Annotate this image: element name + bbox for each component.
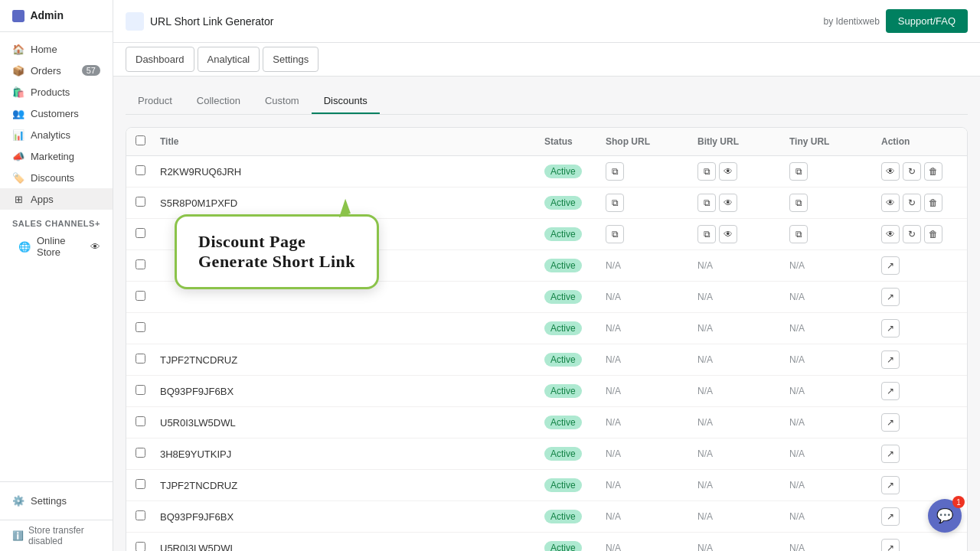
- online-store-eye-icon[interactable]: 👁: [90, 241, 100, 253]
- select-all-checkbox[interactable]: [136, 135, 145, 145]
- tiny-url-cell: N/A: [789, 292, 881, 302]
- header-bitly-url: Bitly URL: [697, 136, 789, 147]
- copy-tiny-button[interactable]: ⧉: [789, 194, 808, 212]
- svg-rect-1: [126, 12, 144, 31]
- copy-bitly-button[interactable]: ⧉: [697, 194, 716, 212]
- external-link-button[interactable]: ↗: [881, 445, 900, 463]
- table-row: 3H8E9YUTKIPJ Active N/A N/A N/A ↗: [126, 439, 967, 470]
- shop-url-cell: ⧉: [606, 225, 697, 243]
- marketing-icon: 📣: [12, 150, 24, 162]
- row-checkbox[interactable]: [136, 291, 145, 301]
- row-title: S5R8P0M1PXFD: [160, 197, 544, 209]
- subtab-collection[interactable]: Collection: [185, 89, 253, 114]
- external-link-button[interactable]: ↗: [881, 413, 900, 432]
- external-link-button[interactable]: ↗: [881, 256, 900, 275]
- bitly-url-cell: N/A: [697, 323, 789, 334]
- delete-button[interactable]: 🗑: [924, 225, 942, 243]
- row-checkbox[interactable]: [136, 165, 145, 175]
- chat-badge: 1: [952, 496, 965, 508]
- refresh-button[interactable]: ↻: [903, 225, 921, 243]
- discounts-icon: 🏷️: [12, 171, 24, 184]
- subtab-discounts[interactable]: Discounts: [312, 89, 380, 114]
- external-link-button[interactable]: ↗: [881, 476, 900, 494]
- refresh-button[interactable]: ↻: [903, 162, 921, 181]
- header-checkbox[interactable]: [136, 135, 160, 148]
- row-checkbox[interactable]: [136, 228, 145, 238]
- delete-button[interactable]: 🗑: [924, 162, 942, 181]
- row-checkbox[interactable]: [136, 542, 145, 551]
- row-checkbox[interactable]: [136, 197, 145, 207]
- external-link-button[interactable]: ↗: [881, 288, 900, 306]
- refresh-button[interactable]: ↻: [903, 194, 921, 212]
- view-bitly-button[interactable]: 👁: [719, 194, 737, 212]
- view-button[interactable]: 👁: [881, 225, 900, 243]
- apps-icon: ⊞: [12, 193, 24, 205]
- shop-url-cell: N/A: [606, 292, 697, 302]
- external-link-button[interactable]: ↗: [881, 507, 900, 526]
- sidebar-item-customers-label: Customers: [31, 108, 79, 119]
- copy-shop-url-button[interactable]: ⧉: [606, 162, 624, 181]
- bitly-url-cell: N/A: [697, 511, 789, 522]
- support-faq-button[interactable]: Support/FAQ: [886, 9, 968, 33]
- external-link-button[interactable]: ↗: [881, 382, 900, 400]
- delete-button[interactable]: 🗑: [924, 194, 942, 212]
- view-bitly-button[interactable]: 👁: [719, 225, 737, 243]
- action-cell: ↗: [881, 350, 958, 369]
- content-area: Product Collection Custom Discounts Titl…: [113, 77, 980, 551]
- copy-bitly-button[interactable]: ⧉: [697, 162, 716, 181]
- action-cell: ↗: [881, 539, 958, 551]
- add-sales-channel-icon[interactable]: +: [95, 219, 100, 228]
- row-checkbox[interactable]: [136, 510, 145, 520]
- row-checkbox[interactable]: [136, 259, 145, 269]
- copy-tiny-button[interactable]: ⧉: [789, 162, 808, 181]
- subtab-product[interactable]: Product: [126, 89, 185, 114]
- row-checkbox[interactable]: [136, 416, 145, 426]
- sidebar-item-orders[interactable]: 📦 Orders 57: [0, 60, 113, 81]
- sidebar-item-customers[interactable]: 👥 Customers: [0, 103, 113, 124]
- sidebar-item-online-store[interactable]: 🌐 Online Store 👁: [0, 231, 113, 262]
- action-cell: ↗: [881, 382, 958, 400]
- tiny-url-cell: N/A: [789, 323, 881, 334]
- view-button[interactable]: 👁: [881, 162, 900, 181]
- sidebar-item-discounts[interactable]: 🏷️ Discounts: [0, 167, 113, 188]
- status-badge: Active: [544, 321, 582, 335]
- sidebar-item-apps-label: Apps: [31, 194, 54, 205]
- tiny-url-cell: N/A: [789, 511, 881, 522]
- sidebar-item-apps[interactable]: ⊞ Apps: [0, 188, 113, 210]
- sales-channels-title: Sales channels: [12, 219, 95, 228]
- external-link-button[interactable]: ↗: [881, 350, 900, 369]
- row-checkbox[interactable]: [136, 479, 145, 489]
- copy-shop-url-button[interactable]: ⧉: [606, 225, 624, 243]
- tab-dashboard[interactable]: Dashboard: [126, 47, 194, 72]
- subtab-custom[interactable]: Custom: [253, 89, 312, 114]
- tab-analytical[interactable]: Analytical: [198, 47, 260, 72]
- online-store-label: Online Store: [37, 235, 84, 258]
- action-cell: ↗: [881, 413, 958, 432]
- chat-button[interactable]: 💬 1: [928, 499, 962, 533]
- sidebar-item-marketing[interactable]: 📣 Marketing: [0, 145, 113, 167]
- view-bitly-button[interactable]: 👁: [719, 162, 737, 181]
- copy-bitly-button[interactable]: ⧉: [697, 225, 716, 243]
- view-button[interactable]: 👁: [881, 194, 900, 212]
- shop-url-cell: N/A: [606, 511, 697, 522]
- row-checkbox[interactable]: [136, 385, 145, 395]
- copy-tiny-button[interactable]: ⧉: [789, 225, 808, 243]
- sidebar-item-home[interactable]: 🏠 Home: [0, 38, 113, 60]
- topbar-title: URL Short Link Generator: [150, 15, 817, 28]
- settings-item[interactable]: ⚙️ Settings: [12, 491, 100, 510]
- header-action: Action: [881, 136, 958, 147]
- tiny-url-cell: N/A: [789, 543, 881, 551]
- row-checkbox[interactable]: [136, 322, 145, 332]
- external-link-button[interactable]: ↗: [881, 539, 900, 551]
- status-badge: Active: [544, 165, 582, 178]
- copy-shop-url-button[interactable]: ⧉: [606, 194, 624, 212]
- row-checkbox[interactable]: [136, 354, 145, 364]
- settings-label: Settings: [31, 495, 67, 507]
- sidebar-item-products[interactable]: 🛍️ Products: [0, 81, 113, 103]
- tab-settings[interactable]: Settings: [263, 47, 318, 72]
- sidebar-item-analytics[interactable]: 📊 Analytics: [0, 124, 113, 145]
- external-link-button[interactable]: ↗: [881, 319, 900, 337]
- row-title: 3H8E9YUTKIPJ: [160, 448, 544, 460]
- row-checkbox[interactable]: [136, 448, 145, 458]
- row-title: TJPF2TNCDRUZ: [160, 354, 544, 366]
